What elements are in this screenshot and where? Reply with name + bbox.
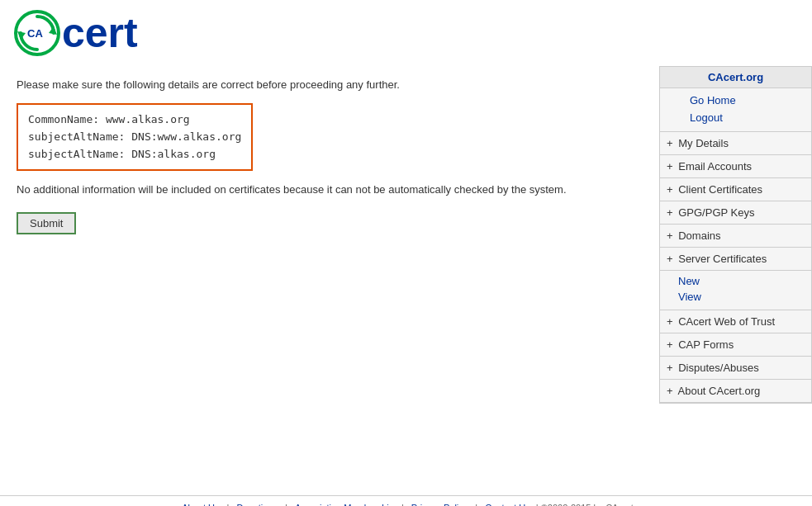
- footer: About Us | Donations | Association Membe…: [0, 495, 812, 506]
- sep2: |: [285, 503, 287, 506]
- sep4: |: [475, 503, 477, 506]
- footer-link-association[interactable]: Association Membership: [295, 503, 394, 506]
- certificate-details-box: CommonName: www.alkas.org subjectAltName…: [17, 103, 253, 171]
- server-certs-view-link[interactable]: View: [678, 289, 811, 305]
- no-additional-text: No additional information will be includ…: [17, 183, 643, 196]
- sidebar-label-client-certs: Client Certificates: [678, 183, 762, 196]
- server-certs-submenu: New View: [660, 271, 811, 310]
- sidebar-label-gpg-keys: GPG/PGP Keys: [678, 206, 754, 219]
- sidebar-item-my-details[interactable]: + My Details: [660, 132, 811, 155]
- plus-icon: +: [667, 183, 673, 196]
- sidebar-item-web-of-trust[interactable]: + CAcert Web of Trust: [660, 310, 811, 333]
- svg-text:CA: CA: [27, 27, 43, 40]
- sidebar-label-my-details: My Details: [678, 137, 729, 149]
- server-certs-new-link[interactable]: New: [678, 273, 811, 289]
- footer-link-about-us[interactable]: About Us: [182, 503, 219, 506]
- sidebar-item-email-accounts[interactable]: + Email Accounts: [660, 155, 811, 178]
- sidebar-item-cap-forms[interactable]: + CAP Forms: [660, 333, 811, 357]
- plus-icon: +: [667, 253, 673, 265]
- logout-link[interactable]: Logout: [675, 109, 811, 126]
- cert-line-1: CommonName: www.alkas.org: [28, 111, 241, 129]
- svg-marker-1: [49, 26, 57, 35]
- logo-text: cert: [62, 9, 138, 57]
- sidebar-label-about-cacert: About CAcert.org: [678, 385, 761, 397]
- plus-icon: +: [667, 160, 673, 173]
- footer-link-privacy[interactable]: Privacy Policy: [411, 503, 468, 506]
- plus-icon: +: [667, 229, 673, 242]
- plus-icon: +: [667, 315, 673, 328]
- sidebar-item-gpg-keys[interactable]: + GPG/PGP Keys: [660, 201, 811, 225]
- sidebar-label-domains: Domains: [678, 229, 720, 242]
- sidebar-item-client-certs[interactable]: + Client Certificates: [660, 178, 811, 201]
- sidebar-label-email-accounts: Email Accounts: [678, 160, 752, 173]
- cert-line-2: subjectAltName: DNS:www.alkas.org: [28, 129, 241, 146]
- sidebar-title: CAcert.org: [660, 67, 811, 88]
- intro-text: Please make sure the following details a…: [17, 78, 643, 91]
- sidebar-item-disputes[interactable]: + Disputes/Abuses: [660, 357, 811, 380]
- plus-icon: +: [667, 385, 673, 397]
- sidebar-label-cap-forms: CAP Forms: [678, 338, 734, 351]
- svg-marker-2: [17, 31, 26, 40]
- sidebar-item-server-certs[interactable]: + Server Certificates: [660, 248, 811, 271]
- cert-line-3: subjectAltName: DNS:alkas.org: [28, 146, 241, 163]
- sep1: |: [227, 503, 230, 506]
- go-home-link[interactable]: Go Home: [675, 92, 811, 109]
- submit-button[interactable]: Submit: [17, 212, 76, 234]
- footer-link-donations[interactable]: Donations: [236, 503, 278, 506]
- plus-icon: +: [667, 362, 673, 374]
- footer-copyright: | ©2002-2015 by CAcert: [536, 503, 634, 506]
- sidebar-label-web-of-trust: CAcert Web of Trust: [678, 315, 775, 328]
- sidebar-item-domains[interactable]: + Domains: [660, 225, 811, 248]
- plus-icon: +: [667, 338, 673, 351]
- plus-icon: +: [667, 137, 673, 149]
- sidebar-label-server-certs: Server Certificates: [678, 253, 767, 265]
- sep3: |: [401, 503, 404, 506]
- plus-icon: +: [667, 206, 673, 219]
- cacert-logo-icon: CA: [12, 8, 62, 58]
- footer-link-contact[interactable]: Contact Us: [485, 503, 529, 506]
- sidebar-label-disputes: Disputes/Abuses: [678, 362, 759, 374]
- sidebar-item-about-cacert[interactable]: + About CAcert.org: [660, 380, 811, 403]
